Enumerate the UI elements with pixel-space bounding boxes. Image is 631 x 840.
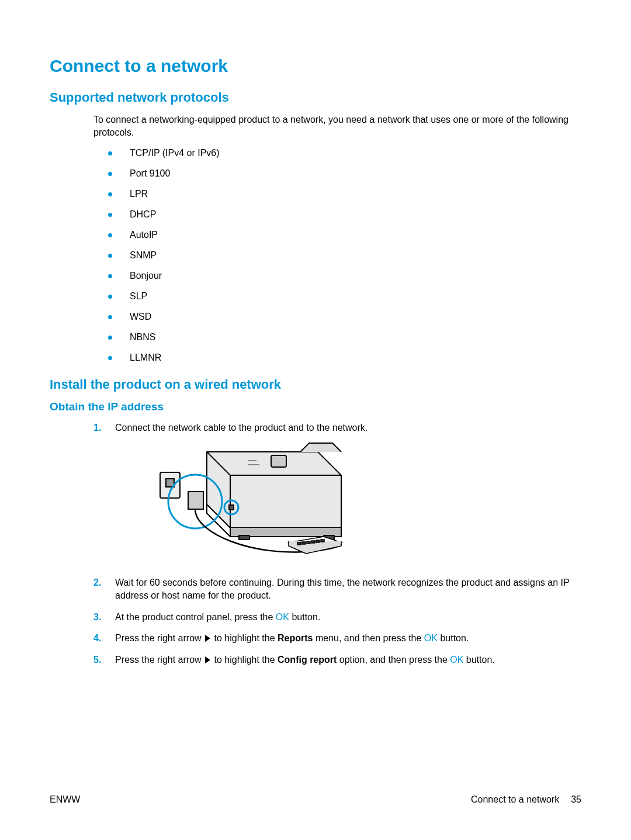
printer-network-illustration: [137, 440, 581, 566]
step-text: Press the right arrow to highlight the C…: [115, 655, 495, 665]
section-install-heading: Install the product on a wired network: [50, 377, 581, 392]
list-item: Bonjour: [108, 271, 581, 281]
svg-rect-1: [239, 535, 249, 540]
page-title: Connect to a network: [50, 56, 581, 76]
ok-button-ref: OK: [276, 612, 289, 622]
page-number: 35: [571, 794, 581, 805]
svg-rect-7: [188, 492, 203, 509]
right-arrow-icon: [205, 656, 210, 663]
list-item: Port 9100: [108, 168, 581, 179]
list-item: TCP/IP (IPv4 or IPv6): [108, 148, 581, 158]
step-number: 2.: [93, 576, 101, 589]
step-number: 1.: [93, 421, 101, 434]
list-item: LPR: [108, 189, 581, 199]
step-text: At the product control panel, press the …: [115, 612, 320, 622]
list-item: LLMNR: [108, 352, 581, 363]
section-ip-heading: Obtain the IP address: [50, 400, 581, 413]
list-item: SLP: [108, 291, 581, 302]
list-item: AutoIP: [108, 230, 581, 240]
list-item: DHCP: [108, 209, 581, 220]
section-protocols-heading: Supported network protocols: [50, 90, 581, 105]
svg-rect-14: [321, 540, 324, 542]
list-item: NBNS: [108, 332, 581, 343]
step-item: 5. Press the right arrow to highlight th…: [93, 654, 581, 666]
step-text: Connect the network cable to the product…: [115, 423, 367, 433]
step-item: 2. Wait for 60 seconds before continuing…: [93, 576, 581, 602]
svg-rect-0: [271, 455, 286, 467]
list-item: SNMP: [108, 250, 581, 261]
list-item: WSD: [108, 312, 581, 322]
steps-list: 1. Connect the network cable to the prod…: [93, 421, 581, 666]
step-number: 5.: [93, 654, 101, 666]
svg-rect-9: [297, 542, 301, 545]
ok-button-ref: OK: [424, 633, 438, 643]
step-text: Wait for 60 seconds before continuing. D…: [115, 578, 569, 600]
protocols-list: TCP/IP (IPv4 or IPv6) Port 9100 LPR DHCP…: [108, 148, 581, 363]
svg-rect-8: [229, 505, 234, 510]
svg-rect-11: [307, 541, 310, 544]
right-arrow-icon: [205, 635, 210, 642]
svg-rect-12: [311, 541, 315, 543]
svg-rect-13: [316, 540, 320, 542]
svg-rect-10: [302, 542, 306, 544]
step-number: 4.: [93, 632, 101, 645]
footer-left: ENWW: [50, 794, 80, 805]
ok-button-ref: OK: [450, 655, 463, 665]
step-item: 4. Press the right arrow to highlight th…: [93, 632, 581, 645]
protocols-intro: To connect a networking-equipped product…: [93, 113, 581, 139]
step-item: 1. Connect the network cable to the prod…: [93, 421, 581, 566]
page-footer: ENWW Connect to a network 35: [50, 794, 581, 805]
step-item: 3. At the product control panel, press t…: [93, 611, 581, 624]
step-number: 3.: [93, 611, 101, 624]
footer-section-title: Connect to a network: [471, 794, 559, 805]
step-text: Press the right arrow to highlight the R…: [115, 633, 469, 643]
